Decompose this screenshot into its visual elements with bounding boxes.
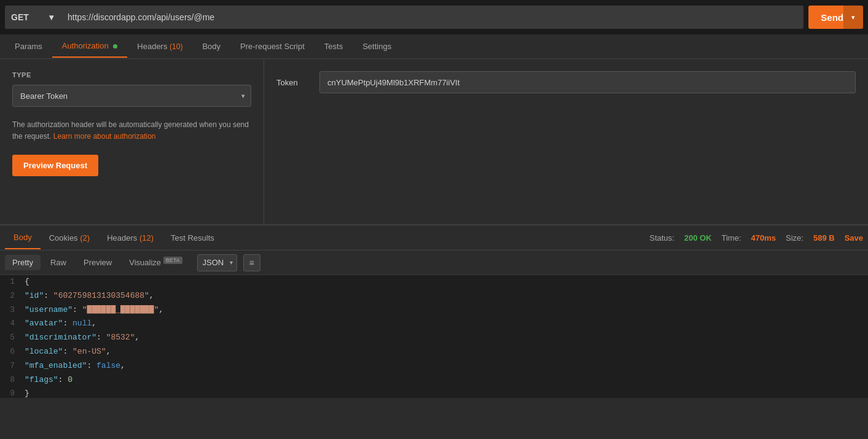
url-input-wrapper [60,6,803,29]
line-number: 3 [0,304,25,317]
tab-settings[interactable]: Settings [353,36,401,57]
send-dropdown-button[interactable]: ▾ [843,6,863,29]
send-button[interactable]: Send [808,6,843,29]
auth-left-panel: TYPE Bearer Token No Auth API Key Basic … [0,59,264,224]
plain-token: : [87,361,96,370]
line-number: 5 [0,332,25,344]
auth-type-select[interactable]: Bearer Token No Auth API Key Basic Auth … [12,85,251,107]
tab-authorization[interactable]: Authorization [52,35,128,58]
response-tab-headers[interactable]: Headers (12) [98,227,162,249]
request-tabs: Params Authorization Headers (10) Body P… [0,34,868,59]
plain-token: , [120,361,125,370]
method-dropdown[interactable]: GET POST PUT DELETE PATCH [11,12,45,22]
plain-token: : [44,291,53,300]
status-bar: Status: 200 OK Time: 470ms Size: 589 B S… [649,233,863,243]
auth-right-panel: Token [264,59,868,224]
null-token: null [72,319,92,328]
line-number: 1 [0,276,25,289]
format-select[interactable]: JSON XML HTML Text [198,255,230,271]
line-number: 9 [0,387,25,398]
line-number: 2 [0,290,25,303]
method-arrow-icon: ▾ [49,12,53,22]
plain-token: : [96,333,106,342]
url-bar: GET POST PUT DELETE PATCH ▾ Send ▾ [0,0,868,34]
tab-params[interactable]: Params [5,36,52,57]
line-content: "flags": 0 [25,374,868,387]
code-line: 5 "discriminator": "8532", [0,331,868,345]
authorization-dot [113,44,117,49]
beta-badge: BETA [163,257,182,264]
wrap-button[interactable]: ≡ [243,254,260,271]
line-content: "username": "██████_███████", [25,304,868,317]
response-tab-body[interactable]: Body [5,227,41,249]
format-select-wrapper: JSON XML HTML Text ▾ [197,254,237,271]
line-number: 8 [0,374,25,387]
tab-headers[interactable]: Headers (10) [127,36,192,57]
string-token: "602759813130354688" [53,291,149,300]
key-token: "id" [25,291,44,300]
brace-token: } [25,389,29,398]
brace-token: { [25,277,29,286]
code-viewer-tabs: Pretty Raw Preview Visualize BETA JSON X… [0,251,868,275]
string-token: "██████_███████" [82,305,159,314]
status-label: Status: [649,233,674,243]
code-tab-pretty[interactable]: Pretty [5,255,41,270]
code-tab-visualize[interactable]: Visualize BETA [122,254,189,270]
line-content: "avatar": null, [25,317,868,330]
plain-token: : [72,305,82,314]
plain-token: : [63,347,72,356]
line-content: "locale": "en-US", [25,346,868,359]
response-tab-test-results[interactable]: Test Results [162,227,223,249]
time-value: 470ms [751,233,776,243]
plain-token: : [63,319,72,328]
number-token: 0 [68,375,72,384]
status-value: 200 OK [684,233,712,243]
plain-token: , [158,305,163,314]
line-content: "discriminator": "8532", [25,332,868,344]
key-token: "discriminator" [25,333,96,342]
url-input[interactable] [60,6,803,29]
code-tab-preview[interactable]: Preview [76,255,119,270]
code-tab-raw[interactable]: Raw [43,255,74,270]
line-content: { [25,276,868,289]
size-value: 589 B [813,233,835,243]
response-tab-cookies[interactable]: Cookies (2) [41,227,98,249]
plain-token: , [149,291,154,300]
tab-body[interactable]: Body [192,36,230,57]
code-line: 6 "locale": "en-US", [0,345,868,359]
plain-token: , [92,319,96,328]
preview-request-button[interactable]: Preview Request [12,155,98,176]
save-button[interactable]: Save [845,233,863,243]
line-number: 4 [0,317,25,330]
token-label: Token [276,78,307,87]
headers-badge: (10) [170,42,182,51]
type-label: TYPE [12,71,251,79]
line-content: "id": "602759813130354688", [25,290,868,303]
code-line: 1{ [0,275,868,289]
key-token: "flags" [25,375,58,384]
code-output: 1{2 "id": "602759813130354688",3 "userna… [0,275,868,398]
format-arrow-icon: ▾ [230,259,237,266]
line-number: 7 [0,360,25,373]
auth-description: The authorization header will be automat… [12,119,251,142]
plain-token: , [106,347,111,356]
tab-tests[interactable]: Tests [315,36,353,57]
line-content: "mfa_enabled": false, [25,360,868,373]
learn-more-link[interactable]: Learn more about authorization [53,132,156,141]
size-label: Size: [786,233,803,243]
token-input[interactable] [319,71,856,93]
code-line: 8 "flags": 0 [0,373,868,387]
tab-pre-request[interactable]: Pre-request Script [230,36,315,57]
code-line: 3 "username": "██████_███████", [0,303,868,317]
key-token: "locale" [25,347,63,356]
auth-content-area: TYPE Bearer Token No Auth API Key Basic … [0,59,868,225]
code-line: 2 "id": "602759813130354688", [0,289,868,303]
line-content: } [25,387,868,398]
plain-token: : [58,375,68,384]
response-headers-badge: (12) [139,233,154,243]
line-number: 6 [0,346,25,359]
cookies-badge: (2) [80,233,90,243]
method-select[interactable]: GET POST PUT DELETE PATCH ▾ [5,6,60,29]
string-token: "en-US" [72,347,106,356]
key-token: "mfa_enabled" [25,361,87,370]
